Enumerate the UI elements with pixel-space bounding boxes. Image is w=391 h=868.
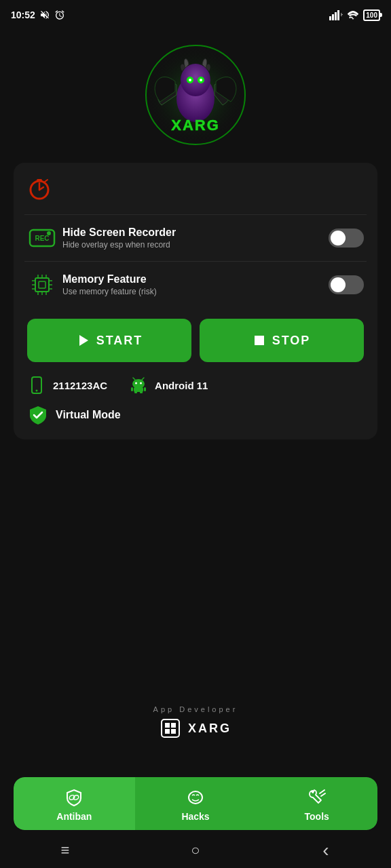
nav-tools-label: Tools <box>305 811 329 822</box>
svg-rect-17 <box>37 179 42 181</box>
svg-point-39 <box>36 390 38 392</box>
svg-text:HD: HD <box>341 12 343 17</box>
svg-point-7 <box>181 64 210 96</box>
main-card: REC Hide Screen Recorder Hide overlay es… <box>14 163 377 439</box>
svg-rect-50 <box>162 719 179 737</box>
rec-icon: REC <box>29 224 56 252</box>
toggle-knob-recorder <box>331 231 346 245</box>
nav-antiban[interactable]: Antiban <box>14 777 135 830</box>
svg-text:XARG: XARG <box>171 117 220 134</box>
feature-subtitle-memory: Use memory feature (risk) <box>62 287 329 296</box>
nav-hacks[interactable]: Hacks <box>135 777 257 830</box>
svg-rect-49 <box>144 387 146 391</box>
svg-rect-3 <box>337 10 339 20</box>
svg-rect-1 <box>332 14 334 20</box>
antiban-icon <box>64 788 83 807</box>
timer-icon <box>27 176 52 201</box>
dev-logo-icon <box>160 717 181 739</box>
svg-point-40 <box>132 379 145 389</box>
home-nav-button[interactable]: ○ <box>182 837 209 864</box>
nav-tools[interactable]: Tools <box>256 777 377 830</box>
dev-brand-row: XARG <box>5 717 386 739</box>
status-left: 10:52 <box>11 9 65 20</box>
start-button[interactable]: START <box>27 319 191 362</box>
svg-rect-47 <box>140 391 143 393</box>
svg-rect-2 <box>335 12 337 20</box>
menu-nav-button[interactable]: ≡ <box>52 837 79 864</box>
toggle-recorder[interactable] <box>329 229 364 248</box>
alarm-icon <box>54 9 65 20</box>
toggle-memory[interactable] <box>329 275 364 294</box>
svg-point-41 <box>135 382 137 384</box>
feature-hide-screen-recorder: REC Hide Screen Recorder Hide overlay es… <box>24 214 367 261</box>
muted-icon <box>39 9 50 20</box>
back-nav-button[interactable]: ‹ <box>312 837 339 864</box>
feature-text-recorder: Hide Screen Recorder Hide overlay esp wh… <box>57 226 329 250</box>
feature-title-recorder: Hide Screen Recorder <box>62 226 329 239</box>
feature-title-memory: Memory Feature <box>62 273 329 285</box>
buttons-row: START STOP <box>24 308 367 368</box>
svg-line-59 <box>321 793 325 796</box>
svg-line-58 <box>320 790 324 793</box>
start-label: START <box>96 334 143 348</box>
dev-brand-text: XARG <box>188 722 231 736</box>
svg-point-11 <box>200 79 202 81</box>
svg-point-10 <box>189 79 191 81</box>
svg-rect-51 <box>165 723 170 728</box>
svg-rect-53 <box>165 729 170 734</box>
svg-point-57 <box>189 791 202 804</box>
developer-footer: App Developer XARG <box>0 700 391 745</box>
wifi-icon <box>347 10 359 20</box>
svg-rect-37 <box>255 336 264 345</box>
svg-text:REC: REC <box>35 235 49 242</box>
hacks-icon <box>186 788 205 807</box>
toggle-knob-memory <box>331 277 346 292</box>
svg-rect-0 <box>329 16 331 20</box>
svg-point-21 <box>47 231 51 235</box>
android-icon <box>129 376 148 395</box>
shield-check-icon <box>27 404 49 426</box>
android-version-item: Android 11 <box>129 376 208 395</box>
virtual-mode-text: Virtual Mode <box>56 409 121 421</box>
status-right: HD 100 <box>329 9 380 21</box>
svg-rect-45 <box>134 387 143 392</box>
svg-marker-36 <box>79 335 88 346</box>
nav-hacks-label: Hacks <box>181 811 209 822</box>
dev-label: App Developer <box>5 705 386 713</box>
stop-label: STOP <box>272 334 311 348</box>
feature-text-memory: Memory Feature Use memory feature (risk) <box>57 273 329 296</box>
system-nav-bar: ≡ ○ ‹ <box>0 833 391 868</box>
logo-area: XARG <box>0 27 391 156</box>
battery-icon: 100 <box>363 9 380 21</box>
signal-icon: HD <box>329 9 343 20</box>
play-icon <box>76 334 90 347</box>
android-version-text: Android 11 <box>155 380 208 391</box>
xarg-logo: XARG <box>141 41 250 149</box>
phone-icon <box>27 376 46 395</box>
nav-antiban-label: Antiban <box>56 811 92 822</box>
feature-memory: Memory Feature Use memory feature (risk) <box>24 261 367 308</box>
cpu-icon <box>29 271 56 298</box>
time-display: 10:52 <box>11 9 35 20</box>
stop-button[interactable]: STOP <box>200 319 364 362</box>
svg-rect-52 <box>171 723 176 728</box>
tools-icon <box>308 788 327 807</box>
svg-line-43 <box>133 378 135 380</box>
cpu-icon-container <box>27 270 57 300</box>
timer-row <box>24 174 367 214</box>
rec-icon-container: REC <box>27 223 57 253</box>
svg-rect-22 <box>35 278 49 292</box>
device-id-item: 2112123AC <box>27 376 107 395</box>
svg-point-42 <box>140 382 142 384</box>
stop-icon <box>253 334 265 347</box>
svg-rect-54 <box>171 729 176 734</box>
device-info-row: 2112123AC Android 11 <box>24 368 367 397</box>
svg-rect-48 <box>131 387 133 391</box>
svg-line-18 <box>45 180 48 182</box>
svg-line-44 <box>142 378 144 380</box>
svg-rect-46 <box>134 391 137 393</box>
status-bar: 10:52 HD 100 <box>0 0 391 27</box>
virtual-mode-row: Virtual Mode <box>24 397 367 429</box>
svg-rect-23 <box>39 281 45 288</box>
device-id-text: 2112123AC <box>53 380 107 391</box>
